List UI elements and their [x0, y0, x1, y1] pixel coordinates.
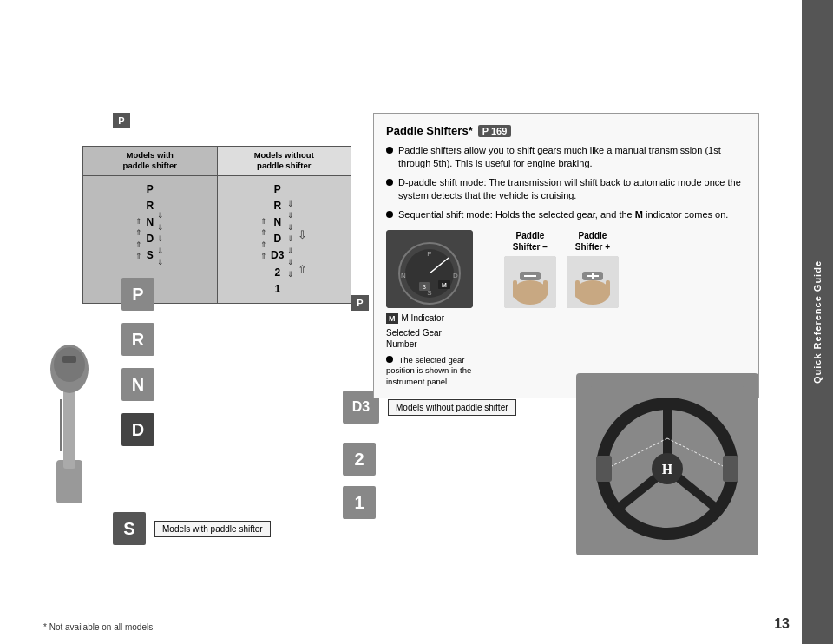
sidebar: Quick Reference Guide: [802, 0, 833, 644]
steering-wheel-area: H: [576, 373, 758, 555]
up-arrows-right: ⇑⇑⇑⇑: [260, 181, 267, 298]
svg-rect-22: [513, 280, 517, 298]
gear-1: 1: [343, 486, 376, 519]
gear-positions: P R N D: [121, 278, 154, 446]
steering-wheel-svg: H: [589, 386, 745, 542]
svg-rect-30: [606, 280, 610, 296]
gear-col-right: PRNDD321: [271, 181, 284, 298]
info-box-title: Paddle Shifters* P 169: [386, 124, 746, 137]
gear-note-text: The selected gear position is shown in t…: [386, 355, 471, 386]
indicator-section: P S N D M 3: [386, 230, 490, 387]
svg-point-3: [54, 347, 85, 382]
p-indicator-top: P: [113, 113, 130, 128]
s-position-area: S Models with paddle shifter: [113, 512, 271, 545]
indicator-labels-col: M M Indicator Selected Gear Number The s…: [386, 313, 490, 387]
footnote: * Not available on all models: [43, 622, 772, 632]
paddle-plus-label: Paddle Shifter +: [575, 230, 610, 253]
down-arrows-left: ⇓⇓⇓⇓⇓: [157, 181, 164, 298]
paddle-minus-label: Paddle Shifter −: [513, 230, 548, 253]
page-number: 13: [774, 616, 790, 632]
with-paddle-header: Models with paddle shifter: [83, 147, 218, 175]
svg-text:M: M: [442, 282, 447, 288]
bullet-icon-1: [386, 147, 393, 154]
shift-panel-header: Models with paddle shifter Models withou…: [82, 146, 351, 176]
bullet-item-3: Sequential shift mode: Holds the selecte…: [386, 208, 746, 221]
page-number-text: 13: [774, 616, 790, 631]
down-arrows-right: ⇓⇓⇓⇓⇓⇓⇓: [287, 181, 294, 298]
bullet-item-2: D-paddle shift mode: The transmission wi…: [386, 176, 746, 203]
gear-note: The selected gear position is shown in t…: [386, 353, 490, 387]
gear-n: N: [121, 368, 154, 401]
paddle-pair: Paddle Shifter − Pa: [504, 230, 619, 308]
m-indicator-line: M M Indicator: [386, 313, 490, 324]
svg-text:D: D: [453, 272, 458, 279]
svg-rect-38: [596, 456, 612, 482]
indicator-label-text: M Indicator: [402, 313, 444, 323]
gear-d: D: [121, 413, 154, 446]
svg-text:H: H: [662, 462, 673, 476]
extra-arrows-right: ⇩ ⇧: [298, 181, 307, 298]
bullet-icon-3: [386, 211, 393, 218]
svg-text:P: P: [427, 250, 431, 258]
paddle-shifters-title: Paddle Shifters*: [386, 124, 473, 137]
gear-s: S: [113, 512, 146, 545]
bullet-list: Paddle shifters allow you to shift gears…: [386, 144, 746, 221]
paddle-plus-item: Paddle Shifter +: [567, 230, 619, 308]
svg-rect-29: [575, 280, 580, 298]
without-paddle-header: Models without paddle shifter: [218, 147, 351, 175]
paddle-minus-item: Paddle Shifter −: [504, 230, 556, 308]
page-ref: P 169: [478, 125, 512, 137]
main-content: P Models with paddle shifter Models with…: [0, 0, 802, 644]
bullet-icon-2: [386, 179, 393, 186]
paddle-shifters-info-box: Paddle Shifters* P 169 Paddle shifters a…: [373, 113, 759, 398]
models-with-paddle-label: Models with paddle shifter: [154, 521, 271, 537]
svg-rect-23: [543, 280, 548, 296]
footnote-text: * Not available on all models: [43, 622, 153, 632]
svg-rect-39: [723, 456, 738, 482]
sidebar-label: Quick Reference Guide: [812, 260, 823, 384]
gear-r: R: [121, 323, 154, 356]
bullet-text-3: Sequential shift mode: Holds the selecte…: [398, 208, 728, 221]
svg-text:N: N: [401, 272, 406, 279]
gear-2: 2: [343, 443, 376, 476]
m-badge: M: [386, 313, 398, 324]
bullet-text-1: Paddle shifters allow you to shift gears…: [398, 144, 746, 171]
bullet-item-1: Paddle shifters allow you to shift gears…: [386, 144, 746, 171]
svg-point-19: [513, 280, 548, 305]
models-without-paddle-label: Models without paddle shifter: [388, 399, 516, 416]
gear-p: P: [121, 278, 154, 311]
p-indicator-mid: P: [351, 295, 369, 311]
indicator-image: P S N D M 3: [386, 230, 473, 308]
paddle-plus-image: [567, 256, 619, 308]
selected-gear-line: Selected Gear Number: [386, 327, 490, 350]
svg-point-25: [575, 280, 610, 305]
svg-text:3: 3: [423, 284, 426, 290]
selected-gear-text: Selected Gear Number: [386, 328, 442, 349]
without-paddle-diagram: ⇑⇑⇑⇑ PRNDD321 ⇓⇓⇓⇓⇓⇓⇓ ⇩ ⇧: [218, 176, 351, 303]
paddle-minus-image: [504, 256, 556, 308]
inner-diagram: P S N D M 3: [386, 230, 746, 387]
lever-drawing: [26, 304, 113, 512]
bullet-text-2: D-paddle shift mode: The transmission wi…: [398, 176, 746, 203]
svg-rect-4: [62, 356, 76, 363]
